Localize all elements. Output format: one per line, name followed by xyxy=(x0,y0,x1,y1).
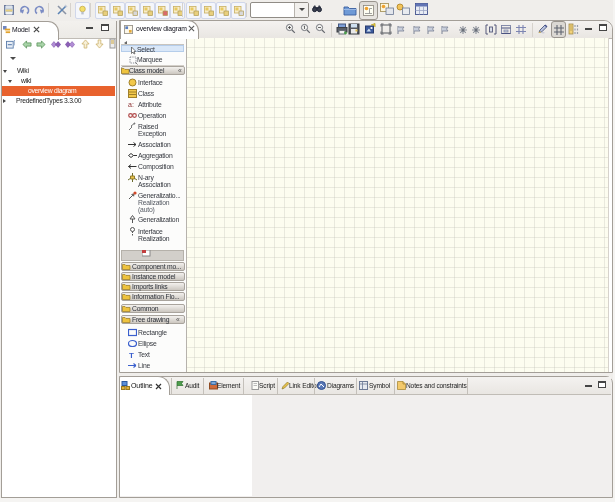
svg-text:T: T xyxy=(129,351,134,360)
svg-text:a:: a: xyxy=(128,101,134,108)
